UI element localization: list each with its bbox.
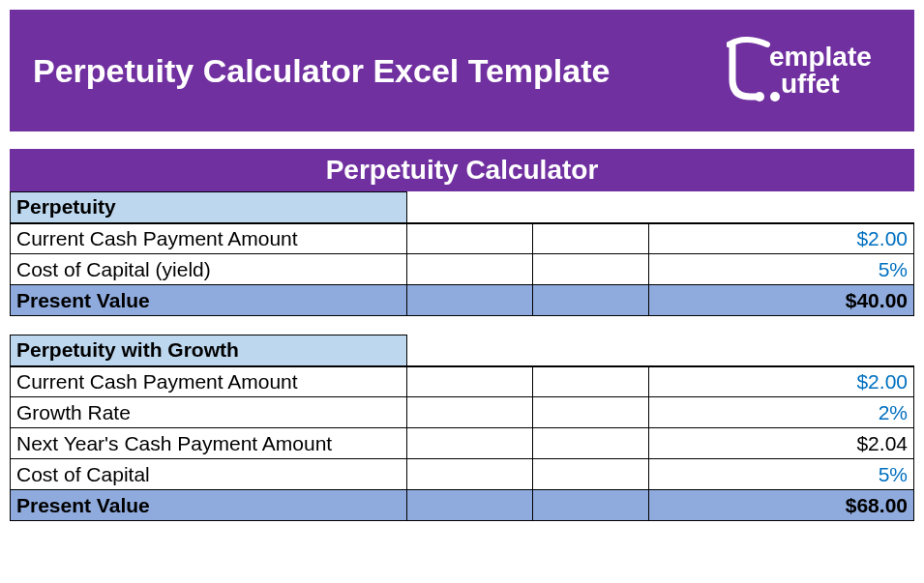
growth-heading-row: Perpetuity with Growth: [11, 335, 914, 366]
table-row: Growth Rate 2%: [11, 397, 914, 428]
svg-point-1: [770, 92, 780, 102]
row-label: Current Cash Payment Amount: [11, 366, 407, 397]
growth-heading: Perpetuity with Growth: [11, 335, 407, 366]
logo-icon: emplate uffet: [727, 37, 891, 104]
growth-result-row: Present Value $68.00: [11, 490, 914, 521]
section-title: Perpetuity Calculator: [10, 149, 914, 191]
perpetuity-result-row: Present Value $40.00: [11, 285, 914, 316]
row-value[interactable]: 5%: [649, 459, 914, 490]
row-value: $2.04: [649, 428, 914, 459]
perpetuity-heading: Perpetuity: [11, 192, 407, 223]
table-row: Current Cash Payment Amount $2.00: [11, 366, 914, 397]
row-value[interactable]: $2.00: [649, 366, 914, 397]
svg-text:emplate: emplate: [769, 42, 872, 72]
logo: emplate uffet: [727, 37, 891, 104]
calculator-table: Perpetuity Current Cash Payment Amount $…: [10, 191, 914, 521]
svg-text:uffet: uffet: [781, 69, 840, 99]
result-label: Present Value: [11, 490, 407, 521]
table-row: Current Cash Payment Amount $2.00: [11, 223, 914, 254]
result-value: $68.00: [649, 490, 914, 521]
perpetuity-heading-row: Perpetuity: [11, 192, 914, 223]
svg-point-0: [755, 92, 764, 102]
row-value[interactable]: 2%: [649, 397, 914, 428]
result-label: Present Value: [11, 285, 407, 316]
result-value: $40.00: [649, 285, 914, 316]
row-label: Next Year's Cash Payment Amount: [11, 428, 407, 459]
row-label: Cost of Capital: [11, 459, 407, 490]
header-banner: Perpetuity Calculator Excel Template emp…: [10, 10, 914, 131]
table-row: Cost of Capital (yield) 5%: [11, 254, 914, 285]
row-label: Current Cash Payment Amount: [11, 223, 407, 254]
page-title: Perpetuity Calculator Excel Template: [33, 52, 610, 90]
row-label: Cost of Capital (yield): [11, 254, 407, 285]
row-label: Growth Rate: [11, 397, 407, 428]
row-value[interactable]: 5%: [649, 254, 914, 285]
table-row: Cost of Capital 5%: [11, 459, 914, 490]
row-value[interactable]: $2.00: [649, 223, 914, 254]
spacer: [11, 316, 914, 335]
table-row: Next Year's Cash Payment Amount $2.04: [11, 428, 914, 459]
